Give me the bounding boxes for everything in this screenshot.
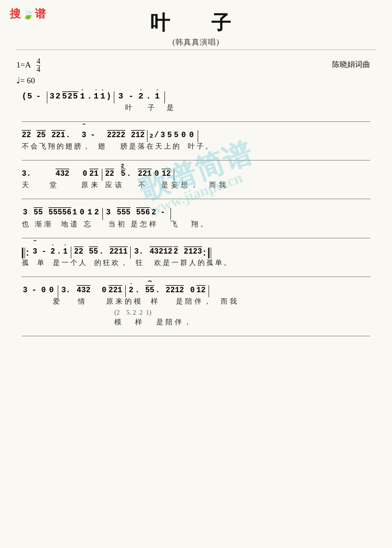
note-3: 3: [50, 90, 55, 103]
dot-after-2: .: [146, 90, 151, 103]
logo-search: 搜: [10, 7, 21, 21]
note-525-group: 525: [62, 90, 78, 103]
note-1-high-s4: 1·: [63, 245, 68, 258]
note-3-dot-s5: 3.: [62, 284, 71, 297]
note-3-2: 3: [118, 90, 124, 103]
lyric-s3-text: 也 渐渐 地遗 忘 当初 是怎样 飞 翔。: [22, 220, 210, 229]
note-0-s5a: 0: [41, 284, 46, 297]
note-0-s5c: 0: [102, 284, 106, 297]
note-3-5: 3: [161, 128, 165, 142]
dash-2: -: [128, 90, 134, 103]
section-s4: ˜3 - 2· . 1· 22 55 . 2211 3. 43212 2: [22, 245, 370, 277]
intro-dash1: -: [36, 90, 41, 103]
note-3-tilde: ˜3: [82, 128, 86, 142]
key-signature-line: 1=A 4 4: [16, 58, 40, 73]
note-2-s3b: 2: [151, 206, 156, 219]
lyric-s5-sub: (2 5. 2 2 1): [114, 309, 370, 317]
lyric-s4-text: 孤 单 是一个人 的狂欢， 狂 欢是一群人的孤单。: [22, 258, 232, 268]
lyric-s1: 不会飞翔的翅膀， 翅 膀是落在天上的 叶子。: [22, 142, 370, 151]
note-55-s5: ⌢55: [145, 284, 155, 297]
note-group-25: 25: [36, 128, 46, 142]
note-12-s2: 12: [162, 167, 171, 181]
lyric-s2: 天 堂 原来 应该 不 是妄想， 而我: [22, 181, 370, 190]
note-group-212: 212: [131, 128, 145, 142]
tempo-line: ♩= 60: [16, 73, 40, 88]
note-1-high-end: 1·: [155, 90, 160, 103]
note-2211-s4: 2211: [109, 245, 128, 258]
note-3-s3: 3: [23, 206, 27, 219]
section-intro: (5 - 3 2 525 1· . 1· 1· ) 3 - 2· . 1·: [22, 90, 370, 122]
section-s5: 3 - 0 0 3. 432 0 221 2· . ⌢55 .: [22, 284, 370, 336]
key-info: 1=A 4 4 ♩= 60 陈晓娟词曲: [16, 58, 376, 88]
lyric-s5-last: 模 样 是陪伴，: [22, 318, 370, 327]
lyric-s5-sub-text: (2 5. 2 2 1): [114, 309, 151, 317]
note-2-s3: 2: [94, 206, 99, 219]
note-221-s2b: 221: [138, 167, 151, 181]
song-title: 叶 子: [16, 10, 376, 36]
bar-s4-1: [71, 247, 71, 258]
chord-23: 2: [150, 131, 154, 142]
note-12-s5: 12: [197, 284, 206, 297]
logo-leaf-icon: 🍃: [22, 8, 34, 20]
note-2212-s5: 2212: [166, 284, 184, 297]
bar-line-s1-1: [147, 130, 148, 142]
note-0-2: 0: [189, 128, 193, 142]
bar-line1: [47, 91, 47, 103]
note-556-s3b: 556: [136, 206, 150, 219]
note-3-s3b: 3: [106, 206, 111, 219]
note-432-s2: 432: [56, 167, 69, 181]
lyric-intro-text: 叶 子 是: [125, 103, 175, 113]
time-fraction: 4 4: [36, 58, 40, 73]
note-22-s4b: 2: [174, 245, 178, 258]
dash-s3: -: [161, 206, 165, 219]
lyric-s5-main: 爱 情 原来的模 样 是陪伴， 而我: [22, 297, 370, 306]
note-2-high-s5: 2·: [129, 284, 133, 297]
note-1dot-high: 1·: [80, 90, 85, 103]
note-5-1: 5: [167, 128, 171, 142]
note-1-high3: 1·: [100, 90, 106, 103]
intro-paren-open: (5: [22, 90, 33, 103]
lyric-s5-text: 爱 情 原来的模 样 是陪伴， 而我: [22, 297, 239, 306]
note-0-s5d: 0: [190, 284, 194, 297]
note-0-s2: 0: [83, 167, 87, 181]
lyric-s3: 也 渐渐 地遗 忘 当初 是怎样 飞 翔。: [22, 220, 370, 229]
lyric-s4: 孤 单 是一个人 的狂欢， 狂 欢是一群人的孤单。: [22, 258, 370, 268]
bar-s5-1: [58, 285, 58, 297]
note-25-mark: 2 5: [121, 167, 125, 181]
note-221-s5: 221: [108, 284, 122, 297]
note-55-s3: 55: [34, 206, 43, 219]
bar-line3: [164, 91, 165, 103]
note-432-s5: 432: [77, 284, 90, 297]
lyric-s2-text: 天 堂 原来 应该 不 是妄想， 而我: [22, 181, 229, 190]
note-group-22: 22: [22, 128, 31, 142]
page: 搜 🍃 谱 叶 子 (韩真真演唱) 歌谱简谱 www.jianpu.cn 1=A…: [0, 0, 392, 548]
bar-s2-2: [174, 169, 174, 181]
bar-s3-1: [102, 208, 103, 220]
repeat-end-sign: [204, 248, 211, 258]
bar-s4-2: [130, 247, 131, 258]
note-5-arc: 5: [174, 128, 179, 142]
repeat-start-sign: [22, 248, 30, 258]
song-subtitle: (韩真真演唱): [16, 38, 376, 47]
note-4321-s4: 43212: [150, 245, 173, 258]
bar-s3-2: [170, 208, 171, 220]
note-2-high: 2·: [138, 90, 144, 103]
bar-s5-2: [125, 285, 126, 297]
bar-line2: [114, 91, 114, 103]
note-group-2222: 2222: [107, 128, 126, 142]
note-3-s4: ˜3: [33, 245, 37, 258]
dash-s4: -: [41, 245, 46, 258]
note-group-221: 221: [51, 128, 65, 142]
section-s1: 22 25 221 . ˜3 - 2222 212 2 /: [22, 128, 370, 161]
note-1-high2: 1·: [94, 90, 99, 103]
note-55556-s3: 55556: [48, 206, 71, 219]
lyric-s5-last-text: 模 样 是陪伴，: [114, 318, 193, 327]
note-0-s2b: 0: [155, 167, 159, 181]
note-1-s3: 1: [88, 206, 92, 219]
note-123-s4: 2123: [184, 245, 203, 258]
dash-s5: -: [32, 284, 36, 297]
lyric-intro: 叶 子 是: [22, 103, 370, 113]
dash-3: -: [90, 128, 95, 142]
title-area: 叶 子 (韩真真演唱): [16, 10, 376, 47]
composer: 陈晓娟词曲: [332, 60, 370, 70]
